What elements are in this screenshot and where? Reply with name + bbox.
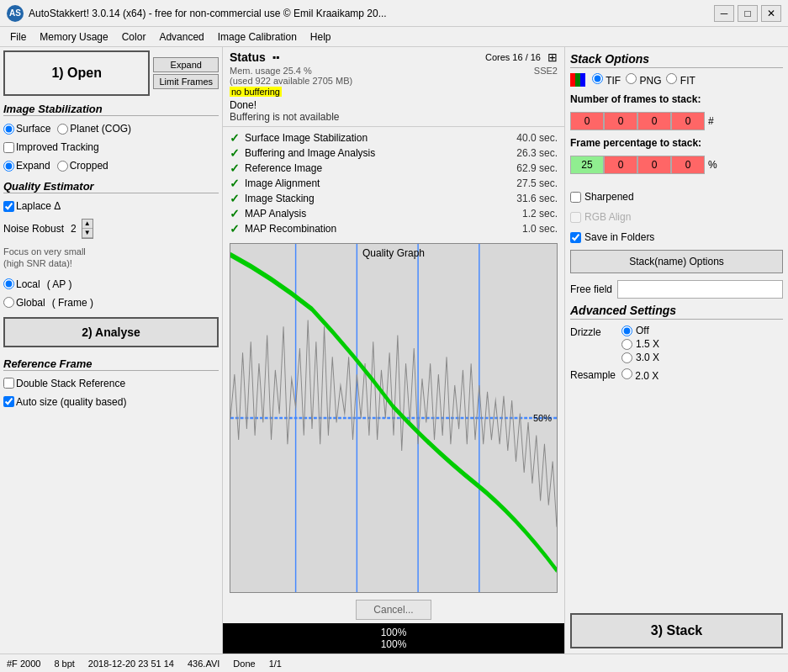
frames-input-1[interactable]	[604, 112, 637, 130]
resample-20x-label[interactable]: 2.0 X	[621, 368, 658, 382]
planet-radio-label[interactable]: Planet (COG)	[57, 123, 131, 135]
buffering-note: Buffering is not available	[230, 111, 558, 123]
progress-bar-2: 100%	[226, 638, 561, 650]
fit-radio[interactable]	[666, 73, 677, 84]
process-row: ✓ Image Alignment 27.5 sec.	[230, 176, 558, 191]
frames-input-2[interactable]	[637, 112, 671, 130]
sharpened-row: Sharpened	[570, 191, 783, 203]
no-buffering-badge: no buffering	[230, 86, 558, 98]
drizzle-15x-label[interactable]: 1.5 X	[621, 338, 659, 350]
pct-input-1[interactable]	[604, 156, 637, 174]
auto-size-checkbox[interactable]	[3, 396, 14, 407]
global-radio-label[interactable]: Global	[3, 297, 45, 309]
noise-robust-spinner[interactable]: ▲ ▼	[82, 219, 93, 239]
tif-radio[interactable]	[592, 73, 603, 84]
status-area: Status ▪▪ Cores 16 / 16 ⊞ Mem. usage 25.…	[223, 47, 564, 127]
sharpened-checkbox[interactable]	[570, 192, 581, 203]
graph-50-label: 50%	[533, 413, 552, 423]
improved-tracking-checkbox[interactable]	[3, 142, 14, 153]
resample-20x-radio[interactable]	[621, 368, 632, 379]
frames-input-3[interactable]	[671, 112, 705, 130]
maximize-button[interactable]: □	[738, 5, 758, 22]
pct-input-3[interactable]	[671, 156, 705, 174]
close-button[interactable]: ✕	[761, 5, 781, 22]
drizzle-off-label[interactable]: Off	[621, 325, 659, 336]
frames-inputs-row: #	[570, 112, 783, 130]
pct-input-2[interactable]	[637, 156, 671, 174]
menu-file[interactable]: File	[3, 29, 33, 45]
expand-radio[interactable]	[3, 161, 14, 172]
drizzle-label: Drizzle	[570, 325, 616, 338]
planet-radio[interactable]	[57, 124, 68, 135]
cropped-radio-label[interactable]: Cropped	[57, 160, 108, 172]
mem-row: Mem. usage 25.4 % (used 922 available 27…	[230, 66, 558, 86]
limit-frames-button[interactable]: Limit Frames	[153, 74, 219, 89]
progress-info: 1/1	[269, 659, 282, 669]
process-name: Surface Image Stabilization	[245, 132, 511, 144]
improved-tracking-label[interactable]: Improved Tracking	[3, 141, 99, 153]
reference-frame-title: Reference Frame	[3, 357, 219, 371]
improved-tracking-row: Improved Tracking	[3, 141, 219, 153]
laplace-label[interactable]: Laplace Δ	[3, 200, 61, 212]
process-time: 40.0 sec.	[516, 132, 558, 144]
blue-strip	[580, 73, 585, 87]
global-radio[interactable]	[3, 297, 14, 308]
tif-radio-label[interactable]: TIF	[592, 73, 621, 87]
cropped-radio[interactable]	[57, 161, 68, 172]
menu-image-calibration[interactable]: Image Calibration	[211, 29, 304, 45]
graph-title: Quality Graph	[230, 247, 557, 259]
free-field-input[interactable]	[617, 280, 783, 299]
save-in-folders-label[interactable]: Save in Folders	[570, 231, 654, 243]
right-panel: Stack Options TIF PNG FIT	[565, 47, 788, 653]
sharpened-label[interactable]: Sharpened	[570, 191, 634, 203]
progress-area: 100% 100%	[223, 623, 564, 653]
process-row: ✓ MAP Recombination 1.0 sec.	[230, 221, 558, 236]
double-stack-label[interactable]: Double Stack Reference	[3, 378, 125, 389]
menu-help[interactable]: Help	[304, 29, 338, 45]
pct-input-0[interactable]	[570, 156, 604, 174]
menu-advanced[interactable]: Advanced	[152, 29, 210, 45]
stack-name-options-button[interactable]: Stack(name) Options	[570, 250, 783, 273]
stack-button[interactable]: 3) Stack	[570, 613, 783, 648]
png-radio-label[interactable]: PNG	[626, 73, 661, 87]
auto-size-label[interactable]: Auto size (quality based)	[3, 396, 126, 408]
local-radio-label[interactable]: Local	[3, 278, 40, 290]
check-icon: ✓	[230, 222, 240, 235]
window-title: AutoStakkert! 3.0.14 (x64) - free for no…	[29, 8, 714, 19]
datetime-info: 2018-12-20 23 51 14	[88, 659, 174, 669]
process-time: 27.5 sec.	[516, 177, 558, 189]
expand-radio-label[interactable]: Expand	[3, 160, 50, 172]
save-in-folders-checkbox[interactable]	[570, 232, 581, 243]
cancel-button[interactable]: Cancel...	[356, 600, 431, 620]
menu-color[interactable]: Color	[115, 29, 153, 45]
minimize-button[interactable]: ─	[714, 5, 734, 22]
cores-icon[interactable]: ⊞	[547, 50, 558, 64]
frames-to-stack-label: Number of frames to stack:	[570, 93, 783, 105]
process-row: ✓ MAP Analysis 1.2 sec.	[230, 206, 558, 221]
expand-button[interactable]: Expand	[153, 57, 219, 72]
open-button[interactable]: 1) Open	[3, 50, 150, 96]
surface-radio[interactable]	[3, 124, 14, 135]
png-radio[interactable]	[626, 73, 637, 84]
fit-radio-label[interactable]: FIT	[666, 73, 695, 87]
expand-cropped-row: Expand Cropped	[3, 160, 219, 172]
window-controls: ─ □ ✕	[714, 5, 781, 22]
surface-radio-label[interactable]: Surface	[3, 123, 50, 135]
drizzle-30x-radio[interactable]	[621, 352, 632, 363]
quality-estimator-title: Quality Estimator	[3, 180, 219, 193]
drizzle-off-radio[interactable]	[621, 325, 632, 336]
noise-robust-label: Noise Robust	[3, 223, 64, 235]
laplace-row: Laplace Δ	[3, 200, 219, 212]
frames-input-0[interactable]	[570, 112, 604, 130]
analyse-button[interactable]: 2) Analyse	[3, 317, 219, 347]
drizzle-30x-label[interactable]: 3.0 X	[621, 352, 659, 363]
process-name: Image Alignment	[245, 177, 511, 189]
rgb-align-label[interactable]: RGB Align	[570, 211, 631, 223]
progress-bar-1: 100%	[226, 627, 561, 638]
double-stack-checkbox[interactable]	[3, 378, 14, 389]
local-radio[interactable]	[3, 278, 14, 289]
laplace-checkbox[interactable]	[3, 201, 14, 212]
menu-memory-usage[interactable]: Memory Usage	[33, 29, 114, 45]
drizzle-15x-radio[interactable]	[621, 339, 632, 350]
frame-info: #F 2000	[7, 659, 40, 669]
